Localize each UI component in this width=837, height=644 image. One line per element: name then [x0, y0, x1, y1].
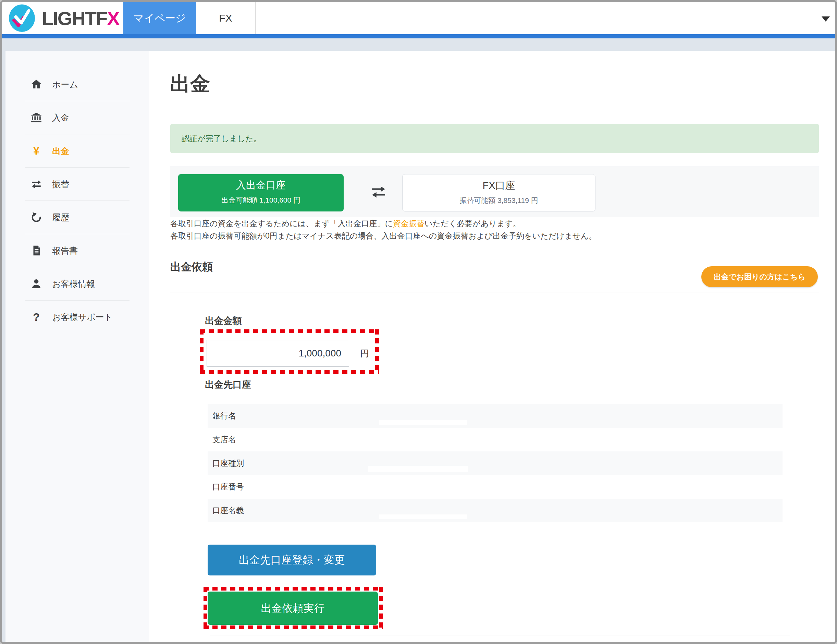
sidebar-item-deposit[interactable]: 入金	[5, 101, 149, 134]
header-accent-bar	[2, 34, 835, 38]
fx-box-title: FX口座	[402, 179, 595, 192]
header: LIGHTFX マイページ FX	[2, 2, 835, 34]
bank-account-table: 銀行名 支店名 口座種別 口座番号 口座名義	[208, 404, 783, 522]
masked-value	[368, 466, 468, 472]
fx-box-balance: 振替可能額 3,853,119 円	[402, 196, 595, 205]
fx-account-box[interactable]: FX口座 振替可能額 3,853,119 円	[402, 174, 596, 212]
amount-unit-label: 円	[354, 340, 375, 367]
masked-value	[379, 514, 467, 519]
note-line-2: 各取引口座の振替可能額が0円またはマイナス表記の場合、入出金口座への資金振替およ…	[170, 230, 596, 242]
yen-icon: ¥	[30, 145, 43, 157]
bank-icon	[30, 112, 43, 124]
table-row-account-number: 口座番号	[208, 475, 783, 499]
alert-text: 認証が完了しました。	[182, 133, 261, 144]
account-dropdown-caret-icon[interactable]	[822, 16, 830, 21]
deposit-withdrawal-account-box[interactable]: 入出金口座 出金可能額 1,100,600 円	[178, 174, 344, 212]
execute-withdrawal-button[interactable]: 出金依頼実行	[208, 591, 378, 625]
masked-value	[379, 420, 467, 425]
sidebar-item-home[interactable]: ホーム	[5, 68, 149, 101]
success-alert: 認証が完了しました。	[170, 124, 819, 153]
table-row-account-holder: 口座名義	[208, 499, 783, 522]
home-icon	[30, 78, 43, 90]
sidebar-item-history[interactable]: 履歴	[5, 201, 149, 234]
amount-label: 出金金額	[205, 315, 242, 327]
tab-fx[interactable]: FX	[196, 2, 256, 34]
brand-logo[interactable]: LIGHTFX	[7, 3, 119, 33]
withdrawal-help-button[interactable]: 出金でお困りの方はこちら	[701, 266, 818, 287]
sidebar-item-withdrawal[interactable]: ¥ 出金	[5, 134, 149, 167]
page-title: 出金	[170, 71, 210, 97]
report-icon	[30, 244, 43, 257]
note-line-1: 各取引口座の資金を出金するためには、まず「入出金口座」に資金振替いただく必要があ…	[170, 217, 596, 230]
sidebar-item-reports[interactable]: 報告書	[5, 234, 149, 267]
sidebar-item-customer-info[interactable]: お客様情報	[5, 267, 149, 300]
fund-transfer-link[interactable]: 資金振替	[393, 219, 425, 228]
history-icon	[30, 211, 43, 223]
table-row-branch-name: 支店名	[208, 428, 783, 452]
withdrawal-request-title: 出金依頼	[170, 260, 213, 274]
question-icon: ?	[30, 311, 43, 323]
table-row-bank-name: 銀行名	[208, 404, 783, 428]
sidebar-item-customer-support[interactable]: ? お客様サポート	[5, 301, 149, 334]
account-box-balance: 出金可能額 1,100,600 円	[178, 196, 344, 205]
sidebar-item-transfer[interactable]: 振替	[5, 168, 149, 200]
sidebar: ホーム 入金 ¥ 出金 振替	[5, 51, 149, 642]
destination-account-label: 出金先口座	[205, 378, 251, 391]
brand-wordmark: LIGHTFX	[42, 7, 119, 30]
swap-arrows-icon	[369, 182, 389, 201]
withdrawal-amount-input[interactable]	[207, 340, 349, 367]
main-content: 出金 認証が完了しました。 入出金口座 出金可能額 1,100,600 円 FX…	[149, 51, 835, 642]
withdrawal-notes: 各取引口座の資金を出金するためには、まず「入出金口座」に資金振替いただく必要があ…	[170, 217, 596, 242]
tab-mypage[interactable]: マイページ	[123, 2, 196, 34]
transfer-icon	[30, 178, 43, 190]
footer-divider	[210, 635, 790, 636]
lightfx-mypage-window: LIGHTFX マイページ FX ホーム 入金 ¥ 出金	[0, 0, 837, 644]
lightfx-logo-icon	[7, 4, 37, 33]
table-row-account-type: 口座種別	[208, 452, 783, 475]
account-box-title: 入出金口座	[178, 179, 344, 192]
section-divider	[170, 292, 819, 292]
customer-icon	[30, 278, 43, 290]
register-account-button[interactable]: 出金先口座登録・変更	[208, 545, 376, 575]
